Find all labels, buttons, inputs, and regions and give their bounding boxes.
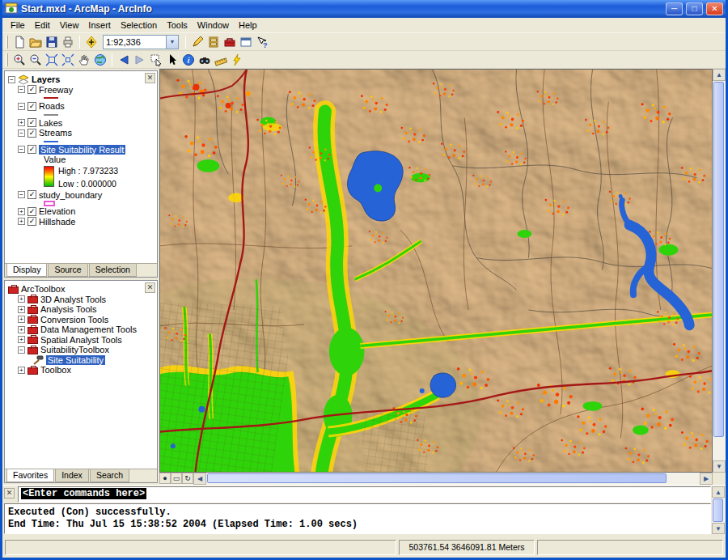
toolbar-grip[interactable] bbox=[6, 53, 8, 66]
measure-ruler-icon[interactable] bbox=[213, 52, 229, 68]
toc-layer-elevation[interactable]: + ✓ Elevation bbox=[6, 206, 155, 217]
command-prompt-text[interactable]: <Enter commands here> bbox=[21, 488, 146, 499]
open-folder-icon[interactable] bbox=[28, 34, 44, 50]
toolbox-item-analysis[interactable]: + Analysis Tools bbox=[6, 304, 155, 315]
collapse-icon[interactable]: − bbox=[8, 76, 15, 83]
command-input[interactable]: <Enter commands here> bbox=[18, 486, 711, 503]
collapse-icon[interactable]: − bbox=[18, 346, 25, 354]
close-icon[interactable]: ✕ bbox=[706, 2, 723, 15]
print-icon[interactable] bbox=[60, 34, 76, 50]
new-document-icon[interactable] bbox=[11, 34, 28, 50]
full-extent-globe-icon[interactable] bbox=[92, 52, 108, 68]
layer-checkbox[interactable]: ✓ bbox=[28, 207, 36, 216]
arctoolbox-icon[interactable] bbox=[222, 34, 238, 50]
toolbox-item-spatial-analyst[interactable]: + Spatial Analyst Tools bbox=[6, 335, 155, 346]
horizontal-scroll-thumb[interactable] bbox=[207, 473, 667, 483]
find-binoculars-icon[interactable] bbox=[197, 52, 213, 68]
command-scrollbar[interactable]: ▲ ▼ bbox=[712, 486, 725, 534]
layer-checkbox[interactable]: ✓ bbox=[28, 145, 36, 154]
menu-tools[interactable]: Tools bbox=[162, 19, 193, 32]
menu-insert[interactable]: Insert bbox=[83, 19, 116, 32]
expand-icon[interactable]: + bbox=[18, 306, 25, 313]
collapse-icon[interactable]: − bbox=[18, 191, 25, 198]
arccatalog-icon[interactable] bbox=[205, 34, 222, 50]
collapse-icon[interactable]: − bbox=[18, 103, 25, 110]
toolbox-item-site-suitability[interactable]: Site Suitability bbox=[6, 355, 155, 366]
tab-favorites[interactable]: Favorites bbox=[6, 469, 54, 482]
toolbox-root[interactable]: ArcToolbox bbox=[6, 284, 155, 295]
tab-search[interactable]: Search bbox=[90, 469, 129, 482]
select-features-icon[interactable] bbox=[148, 52, 164, 68]
forward-arrow-icon[interactable] bbox=[132, 52, 148, 68]
vertical-scroll-thumb[interactable] bbox=[713, 82, 724, 437]
back-arrow-icon[interactable] bbox=[116, 52, 132, 68]
layer-checkbox[interactable]: ✓ bbox=[28, 118, 36, 127]
zoom-in-icon[interactable] bbox=[11, 52, 28, 68]
close-icon[interactable]: ✕ bbox=[4, 488, 15, 498]
toolbox-item-conversion[interactable]: + Conversion Tools bbox=[6, 315, 155, 325]
layer-checkbox[interactable]: ✓ bbox=[28, 102, 36, 111]
minimize-icon[interactable]: ─ bbox=[666, 2, 683, 15]
scroll-left-icon[interactable]: ◀ bbox=[193, 473, 206, 485]
tab-display[interactable]: Display bbox=[6, 264, 47, 277]
hyperlink-lightning-icon[interactable] bbox=[229, 52, 245, 68]
fixed-zoom-out-icon[interactable] bbox=[60, 52, 76, 68]
layer-checkbox[interactable]: ✓ bbox=[28, 85, 36, 94]
scale-combo[interactable]: 1:92,336 ▼ bbox=[103, 35, 179, 49]
scroll-right-icon[interactable]: ▶ bbox=[700, 473, 713, 485]
toolbox-item-3d-analyst[interactable]: + 3D Analyst Tools bbox=[6, 295, 155, 305]
expand-icon[interactable]: + bbox=[18, 326, 25, 333]
toolbar-grip[interactable] bbox=[6, 36, 8, 49]
toc-layer-hillshade[interactable]: + ✓ Hillshade bbox=[6, 217, 155, 227]
menu-selection[interactable]: Selection bbox=[116, 19, 162, 32]
menu-window[interactable]: Window bbox=[193, 19, 234, 32]
vertical-scroll-thumb[interactable] bbox=[713, 498, 723, 522]
menu-file[interactable]: File bbox=[6, 19, 30, 32]
scale-input[interactable]: 1:92,336 bbox=[104, 37, 166, 47]
expand-icon[interactable]: + bbox=[18, 316, 25, 323]
toolbox-item-data-management[interactable]: + Data Management Tools bbox=[6, 325, 155, 335]
maximize-icon[interactable]: □ bbox=[686, 2, 703, 15]
save-icon[interactable] bbox=[44, 34, 60, 50]
layer-checkbox[interactable]: ✓ bbox=[28, 190, 36, 199]
menu-edit[interactable]: Edit bbox=[30, 19, 55, 32]
menu-help[interactable]: Help bbox=[234, 19, 262, 32]
zoom-out-icon[interactable] bbox=[28, 52, 44, 68]
whats-this-icon[interactable]: ? bbox=[254, 34, 270, 50]
select-elements-icon[interactable] bbox=[164, 52, 180, 68]
toc-root-layers[interactable]: − Layers bbox=[6, 74, 155, 85]
map-canvas[interactable] bbox=[159, 69, 713, 473]
toc-layer-freeway[interactable]: − ✓ Freeway bbox=[6, 85, 155, 95]
collapse-icon[interactable]: − bbox=[18, 146, 25, 153]
data-view-icon[interactable]: ● bbox=[159, 473, 171, 484]
editor-pencil-icon[interactable] bbox=[189, 34, 205, 50]
add-data-icon[interactable] bbox=[83, 34, 99, 50]
title-bar[interactable]: Start.mxd - ArcMap - ArcInfo ─ □ ✕ bbox=[2, 0, 726, 18]
chevron-down-icon[interactable]: ▼ bbox=[166, 36, 178, 49]
toc-layer-roads[interactable]: − ✓ Roads bbox=[6, 101, 155, 112]
map-vertical-scrollbar[interactable]: ▲ ▼ bbox=[713, 69, 726, 473]
close-icon[interactable]: ✕ bbox=[145, 282, 155, 293]
toc-layer-site-suitability-result[interactable]: − ✓ Site Suitability Result bbox=[6, 145, 155, 155]
identify-icon[interactable]: i bbox=[180, 52, 197, 68]
expand-icon[interactable]: + bbox=[18, 295, 25, 303]
pan-hand-icon[interactable] bbox=[76, 52, 92, 68]
expand-icon[interactable]: + bbox=[18, 367, 25, 374]
tab-index[interactable]: Index bbox=[55, 469, 89, 482]
scroll-up-icon[interactable]: ▲ bbox=[713, 69, 726, 81]
scroll-down-icon[interactable]: ▼ bbox=[713, 460, 726, 473]
menu-view[interactable]: View bbox=[55, 19, 84, 32]
close-icon[interactable]: ✕ bbox=[145, 73, 155, 83]
expand-icon[interactable]: + bbox=[18, 336, 25, 343]
layer-checkbox[interactable]: ✓ bbox=[28, 217, 36, 226]
expand-icon[interactable]: + bbox=[18, 218, 25, 225]
command-line-icon[interactable] bbox=[238, 34, 254, 50]
collapse-icon[interactable]: − bbox=[18, 86, 25, 93]
layer-checkbox[interactable]: ✓ bbox=[28, 129, 36, 138]
expand-icon[interactable]: + bbox=[18, 119, 25, 126]
toolbox-item-toolbox[interactable]: + Toolbox bbox=[6, 365, 155, 375]
refresh-icon[interactable]: ↻ bbox=[182, 473, 193, 484]
toc-layer-lakes[interactable]: + ✓ Lakes bbox=[6, 118, 155, 129]
toc-layer-study-boundary[interactable]: − ✓ study_boundary bbox=[6, 190, 155, 201]
scroll-down-icon[interactable]: ▼ bbox=[712, 523, 725, 534]
